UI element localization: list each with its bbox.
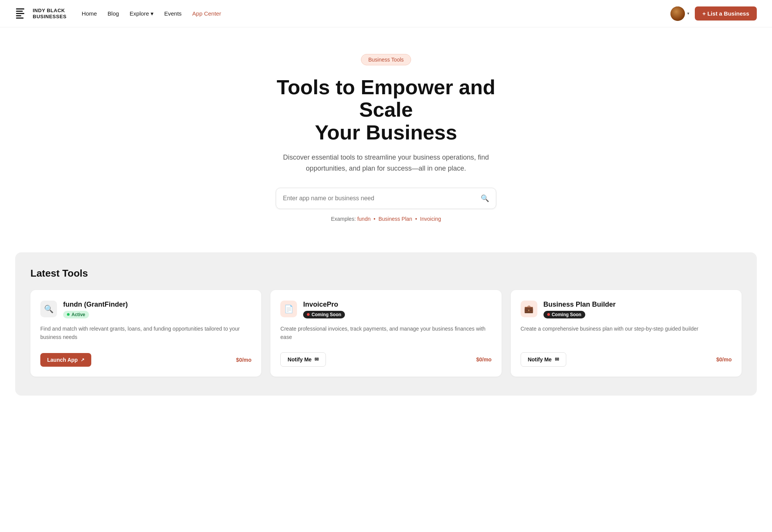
price-label: $0/mo (236, 357, 251, 363)
example-invoicing[interactable]: Invoicing (420, 216, 441, 222)
latest-tools-section: Latest Tools 🔍 fundn (GrantFinder) Activ… (15, 252, 757, 396)
hero-badge: Business Tools (361, 54, 411, 65)
svg-rect-0 (16, 8, 24, 10)
card-header: 💼 Business Plan Builder Coming Soon (521, 301, 732, 318)
section-title: Latest Tools (30, 268, 742, 279)
hero-subtitle: Discover essential tools to streamline y… (280, 152, 492, 174)
notify-me-button[interactable]: Notify Me ✉ (280, 352, 326, 367)
svg-rect-3 (16, 15, 21, 16)
example-fundn[interactable]: fundn (357, 216, 370, 222)
mail-icon: ✉ (315, 356, 319, 362)
notify-me-button[interactable]: Notify Me ✉ (521, 352, 566, 367)
nav-right: ▾ + List a Business (670, 6, 757, 21)
status-dot (67, 313, 70, 316)
status-badge: Coming Soon (543, 311, 585, 318)
logo[interactable]: INDY BLACK BUSINESSES (15, 7, 67, 21)
card-description: Create a comprehensive business plan wit… (521, 325, 732, 342)
status-badge: Coming Soon (303, 311, 345, 318)
chevron-down-icon: ▾ (151, 10, 154, 17)
nav-home[interactable]: Home (82, 10, 97, 17)
badge-label: Coming Soon (311, 312, 341, 317)
card-footer: Launch App ↗ $0/mo (40, 353, 251, 367)
tool-card-business-plan-builder: 💼 Business Plan Builder Coming Soon Crea… (511, 290, 742, 377)
svg-rect-4 (16, 17, 24, 19)
card-title-wrap: fundn (GrantFinder) Active (63, 301, 128, 318)
card-header: 🔍 fundn (GrantFinder) Active (40, 301, 251, 318)
card-header: 📄 InvoicePro Coming Soon (280, 301, 491, 318)
tool-card-fundn: 🔍 fundn (GrantFinder) Active Find and ma… (30, 290, 261, 377)
nav-events[interactable]: Events (164, 10, 182, 17)
nav-links: Home Blog Explore ▾ Events App Center (82, 10, 221, 17)
badge-label: Active (71, 312, 85, 317)
launch-label: Launch App (47, 357, 78, 363)
status-badge: Active (63, 311, 89, 318)
card-title: InvoicePro (303, 301, 345, 309)
card-title: Business Plan Builder (543, 301, 616, 309)
user-avatar-button[interactable]: ▾ (670, 6, 689, 21)
bullet-1: • (373, 216, 375, 222)
card-icon: 📄 (280, 301, 297, 317)
launch-app-button[interactable]: Launch App ↗ (40, 353, 91, 367)
price-label: $0/mo (716, 356, 732, 363)
external-link-icon: ↗ (81, 357, 84, 363)
search-icon: 🔍 (481, 195, 489, 202)
list-business-button[interactable]: + List a Business (695, 6, 757, 21)
search-bar: 🔍 (276, 188, 496, 209)
example-business-plan[interactable]: Business Plan (378, 216, 412, 222)
navbar: INDY BLACK BUSINESSES Home Blog Explore … (0, 0, 772, 27)
price-label: $0/mo (476, 356, 491, 363)
avatar-chevron-icon: ▾ (687, 11, 689, 16)
tools-grid: 🔍 fundn (GrantFinder) Active Find and ma… (30, 290, 742, 377)
bullet-2: • (415, 216, 417, 222)
card-icon: 💼 (521, 301, 537, 317)
tool-card-invoicepro: 📄 InvoicePro Coming Soon Create professi… (270, 290, 501, 377)
business-plan-builder-icon: 💼 (524, 304, 534, 314)
badge-label: Coming Soon (552, 312, 581, 317)
card-title-wrap: Business Plan Builder Coming Soon (543, 301, 616, 318)
search-input[interactable] (283, 195, 481, 202)
card-title: fundn (GrantFinder) (63, 301, 128, 309)
notify-label: Notify Me (528, 356, 552, 363)
nav-app-center[interactable]: App Center (192, 10, 221, 17)
avatar (670, 6, 685, 21)
hero-title: Tools to Empower and Scale Your Business (249, 76, 523, 144)
logo-text: INDY BLACK BUSINESSES (33, 8, 67, 19)
card-footer: Notify Me ✉ $0/mo (280, 352, 491, 367)
invoicepro-icon: 📄 (284, 304, 294, 314)
search-button[interactable]: 🔍 (481, 194, 489, 203)
nav-explore[interactable]: Explore ▾ (130, 10, 154, 17)
status-dot (547, 313, 550, 316)
search-examples: Examples: fundn • Business Plan • Invoic… (8, 216, 764, 222)
status-dot (307, 313, 310, 316)
card-footer: Notify Me ✉ $0/mo (521, 352, 732, 367)
card-icon: 🔍 (40, 301, 57, 317)
hero-section: Business Tools Tools to Empower and Scal… (0, 27, 772, 245)
svg-rect-1 (16, 11, 23, 12)
notify-label: Notify Me (288, 356, 311, 363)
card-description: Find and match with relevant grants, loa… (40, 325, 251, 342)
mail-icon: ✉ (555, 356, 559, 362)
nav-blog[interactable]: Blog (108, 10, 119, 17)
svg-rect-2 (16, 13, 24, 14)
fundn-icon: 🔍 (44, 304, 54, 314)
card-title-wrap: InvoicePro Coming Soon (303, 301, 345, 318)
card-description: Create professional invoices, track paym… (280, 325, 491, 342)
nav-left: INDY BLACK BUSINESSES Home Blog Explore … (15, 7, 221, 21)
